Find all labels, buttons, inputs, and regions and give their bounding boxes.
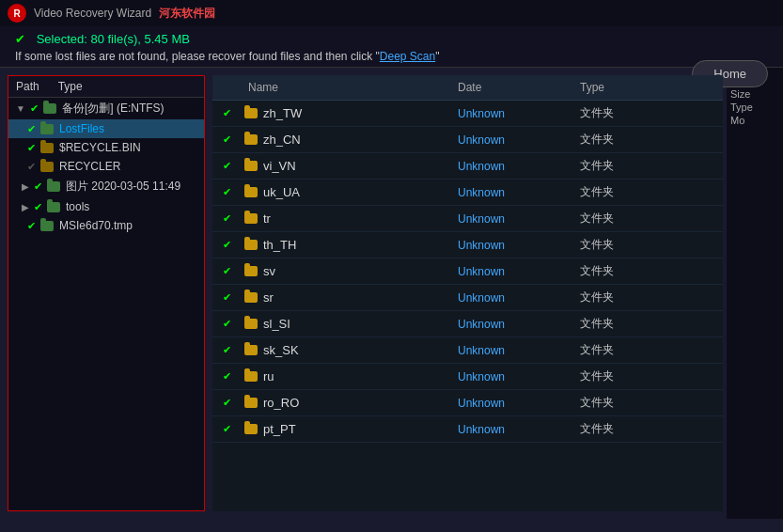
tree-item-recycler[interactable]: ✔ RECYCLER — [8, 157, 204, 176]
left-panel: Path Type ▼ ✔ 备份[勿删] (E:NTFS) ✔ LostFile… — [8, 75, 205, 511]
folder-icon — [47, 202, 60, 212]
table-row[interactable]: ✔ ru Unknown 文件夹 — [212, 364, 723, 390]
table-row[interactable]: ✔ zh_CN Unknown 文件夹 — [212, 127, 723, 153]
main-area: Path Type ▼ ✔ 备份[勿删] (E:NTFS) ✔ LostFile… — [0, 68, 783, 519]
row-name-cell: pt_PT — [241, 422, 450, 436]
row-name-cell: tr — [241, 211, 450, 226]
expand-icon: ▶ — [22, 202, 29, 212]
row-check[interactable]: ✔ — [212, 160, 241, 172]
brand-name: 河东软件园 — [159, 6, 215, 22]
table-row[interactable]: ✔ tr Unknown 文件夹 — [212, 206, 723, 232]
row-check[interactable]: ✔ — [212, 397, 241, 409]
row-check[interactable]: ✔ — [212, 212, 241, 225]
table-row[interactable]: ✔ sv Unknown 文件夹 — [212, 258, 723, 285]
left-panel-header: Path Type — [8, 76, 204, 98]
tree-label: $RECYCLE.BIN — [59, 141, 141, 154]
row-type: 文件夹 — [572, 289, 666, 305]
tree-item-pics[interactable]: ▶ ✔ 图片 2020-03-05 11:49 — [8, 176, 204, 197]
check-icon: ✔ — [223, 239, 231, 251]
row-check[interactable]: ✔ — [212, 344, 241, 356]
col-name: Name — [241, 81, 450, 94]
row-date: Unknown — [450, 239, 572, 252]
check-icon: ✔ — [223, 370, 231, 383]
row-name-cell: sk_SK — [241, 343, 450, 357]
row-check[interactable]: ✔ — [212, 239, 241, 251]
hint-text: If some lost files are not found, please… — [15, 50, 768, 63]
check-icon: ✔ — [27, 220, 36, 232]
side-info-panel: File Size Type Mo — [727, 68, 783, 519]
folder-icon — [40, 124, 54, 134]
row-check[interactable]: ✔ — [212, 370, 241, 383]
expand-icon: ▶ — [22, 181, 29, 192]
table-row[interactable]: ✔ sl_SI Unknown 文件夹 — [212, 311, 723, 337]
side-info-type: Type — [730, 102, 779, 113]
check-icon: ✔ — [223, 397, 231, 409]
side-info-size: Size — [730, 88, 779, 100]
folder-icon — [244, 161, 258, 171]
row-type: 文件夹 — [572, 395, 666, 411]
tree-label: LostFiles — [59, 122, 104, 135]
tree-label: MSIe6d70.tmp — [59, 219, 133, 232]
table-row[interactable]: ✔ ro_RO Unknown 文件夹 — [212, 390, 723, 416]
file-table-header: Name Date Type — [212, 75, 723, 101]
row-name: pt_PT — [263, 422, 296, 436]
folder-icon — [244, 398, 258, 408]
tree-item-tools[interactable]: ▶ ✔ tools — [8, 197, 204, 216]
row-name: sk_SK — [263, 343, 299, 357]
row-check[interactable]: ✔ — [212, 265, 241, 277]
side-info-mo: Mo — [730, 115, 779, 126]
tree-item-root[interactable]: ▼ ✔ 备份[勿删] (E:NTFS) — [8, 98, 204, 119]
row-name-cell: ru — [241, 369, 450, 383]
folder-icon — [40, 162, 54, 172]
row-type: 文件夹 — [572, 342, 666, 358]
tree-item-msi[interactable]: ✔ MSIe6d70.tmp — [8, 216, 204, 235]
table-row[interactable]: ✔ uk_UA Unknown 文件夹 — [212, 180, 723, 206]
check-icon: ✔ — [27, 142, 36, 154]
row-name-cell: uk_UA — [241, 185, 450, 199]
row-name: sr — [263, 290, 274, 305]
check-icon: ✔ — [223, 423, 231, 435]
table-row[interactable]: ✔ pt_PT Unknown 文件夹 — [212, 416, 723, 443]
row-check[interactable]: ✔ — [212, 318, 241, 330]
row-type: 文件夹 — [572, 237, 666, 253]
col-extra — [666, 81, 723, 94]
tree-item-recycle-bin[interactable]: ✔ $RECYCLE.BIN — [8, 138, 204, 157]
table-row[interactable]: ✔ zh_TW Unknown 文件夹 — [212, 101, 723, 127]
row-name-cell: sl_SI — [241, 317, 450, 331]
folder-icon — [244, 424, 258, 434]
row-check[interactable]: ✔ — [212, 291, 241, 304]
row-date: Unknown — [450, 423, 572, 436]
check-icon: ✔ — [223, 186, 231, 198]
row-check[interactable]: ✔ — [212, 186, 241, 198]
deep-scan-link[interactable]: Deep Scan — [380, 50, 435, 63]
row-type: 文件夹 — [572, 421, 666, 437]
app-name: Video Recovery Wizard — [34, 7, 151, 20]
row-type: 文件夹 — [572, 184, 666, 200]
row-date: Unknown — [450, 212, 572, 226]
table-row[interactable]: ✔ th_TH Unknown 文件夹 — [212, 232, 723, 258]
check-icon: ✔ — [34, 201, 42, 213]
row-name-cell: sv — [241, 264, 450, 278]
table-row[interactable]: ✔ vi_VN Unknown 文件夹 — [212, 153, 723, 180]
row-name: th_TH — [263, 238, 296, 252]
row-type: 文件夹 — [572, 368, 666, 384]
row-check[interactable]: ✔ — [212, 107, 241, 119]
row-check[interactable]: ✔ — [212, 133, 241, 146]
folder-icon — [40, 143, 54, 153]
row-name-cell: th_TH — [241, 238, 450, 252]
title-bar: R Video Recovery Wizard 河东软件园 — [0, 0, 783, 26]
table-row[interactable]: ✔ sr Unknown 文件夹 — [212, 285, 723, 311]
tree-label: 备份[勿删] (E:NTFS) — [62, 101, 164, 117]
check-icon: ✔ — [30, 102, 39, 115]
row-name-cell: zh_TW — [241, 106, 450, 120]
row-check[interactable]: ✔ — [212, 423, 241, 435]
row-name-cell: vi_VN — [241, 159, 450, 173]
row-type: 文件夹 — [572, 105, 666, 121]
row-type: 文件夹 — [572, 211, 666, 227]
folder-icon — [244, 134, 258, 145]
check-icon: ✔ — [34, 180, 42, 193]
tree-item-lostfiles[interactable]: ✔ LostFiles — [8, 119, 204, 138]
table-row[interactable]: ✔ sk_SK Unknown 文件夹 — [212, 337, 723, 364]
row-date: Unknown — [450, 107, 572, 120]
row-name: sl_SI — [263, 317, 290, 331]
